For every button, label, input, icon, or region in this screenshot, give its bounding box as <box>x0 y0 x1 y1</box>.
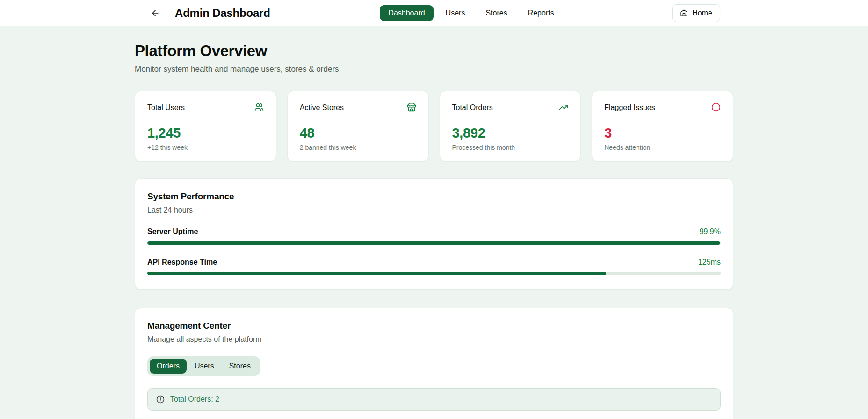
trending-up-icon <box>559 103 568 112</box>
management-center-card: Management Center Manage all aspects of … <box>135 308 733 419</box>
nav-tab-reports[interactable]: Reports <box>520 5 563 21</box>
top-nav: Admin Dashboard Dashboard Users Stores R… <box>0 0 868 26</box>
progress-bar-api-response <box>147 272 721 275</box>
management-subtitle: Manage all aspects of the platform <box>147 335 721 344</box>
stat-subtext: Needs attention <box>604 144 721 151</box>
stat-label: Flagged Issues <box>604 103 655 112</box>
stat-subtext: +12 this week <box>147 144 264 151</box>
home-button-label: Home <box>692 9 712 17</box>
management-title: Management Center <box>147 321 721 331</box>
stat-subtext: 2 banned this week <box>300 144 416 151</box>
performance-title: System Performance <box>147 191 721 202</box>
tab-stores[interactable]: Stores <box>222 359 258 374</box>
alert-circle-icon <box>711 103 721 112</box>
stat-value: 3 <box>604 125 721 141</box>
store-icon <box>407 103 416 112</box>
tab-users[interactable]: Users <box>188 359 221 374</box>
progress-fill <box>147 272 606 275</box>
users-icon <box>254 103 264 112</box>
stat-card-active-stores: Active Stores 48 2 banned this week <box>287 91 429 162</box>
arrow-left-icon <box>151 8 160 18</box>
main-nav: Dashboard Users Stores Reports <box>380 5 562 21</box>
metric-label: API Response Time <box>147 258 217 266</box>
home-icon <box>680 9 688 17</box>
tab-orders[interactable]: Orders <box>150 359 187 374</box>
metric-value: 99.9% <box>700 228 721 236</box>
stat-label: Active Stores <box>300 103 344 112</box>
stat-card-total-orders: Total Orders 3,892 Processed this month <box>440 91 581 162</box>
main-content: Platform Overview Monitor system health … <box>135 26 733 419</box>
metric-value: 125ms <box>698 258 721 266</box>
system-performance-card: System Performance Last 24 hours Server … <box>135 178 733 290</box>
stat-value: 3,892 <box>452 125 569 141</box>
nav-tab-users[interactable]: Users <box>437 5 474 21</box>
metric-label: Server Uptime <box>147 228 198 236</box>
stats-row: Total Users 1,245 +12 this week Active S… <box>135 91 733 162</box>
management-tabs: Orders Users Stores <box>147 356 260 376</box>
home-button[interactable]: Home <box>672 4 720 22</box>
info-circle-icon <box>156 395 165 404</box>
stat-value: 48 <box>300 125 416 141</box>
nav-tab-stores[interactable]: Stores <box>477 5 515 21</box>
page-subtitle: Monitor system health and manage users, … <box>135 65 733 74</box>
metric-server-uptime: Server Uptime 99.9% <box>147 228 721 245</box>
stat-value: 1,245 <box>147 125 264 141</box>
total-orders-banner: Total Orders: 2 <box>147 388 721 411</box>
stat-card-total-users: Total Users 1,245 +12 this week <box>135 91 276 162</box>
stat-subtext: Processed this month <box>452 144 569 151</box>
stat-label: Total Users <box>147 103 185 112</box>
stat-label: Total Orders <box>452 103 493 112</box>
stat-card-flagged-issues: Flagged Issues 3 Needs attention <box>592 91 733 162</box>
progress-fill <box>147 241 720 245</box>
app-title: Admin Dashboard <box>175 7 270 20</box>
page-title: Platform Overview <box>135 42 733 60</box>
metric-api-response-time: API Response Time 125ms <box>147 258 721 275</box>
performance-subtitle: Last 24 hours <box>147 206 721 214</box>
progress-bar-server-uptime <box>147 241 721 245</box>
banner-text: Total Orders: 2 <box>170 395 219 404</box>
nav-tab-dashboard[interactable]: Dashboard <box>380 5 433 21</box>
back-button[interactable] <box>148 6 163 21</box>
